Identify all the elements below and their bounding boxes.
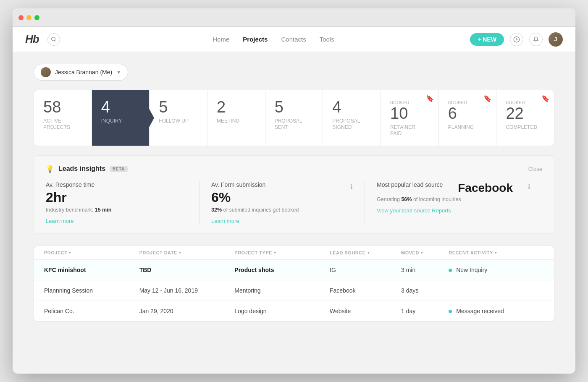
- chevron-down-icon: ▼: [116, 70, 121, 75]
- td-lead-source: IG: [330, 267, 401, 273]
- table-header: PROJECT ▾ PROJECT DATE ▾ PROJECT TYPE ▾ …: [34, 246, 554, 260]
- user-selector[interactable]: Jessica Brannan (Me) ▼: [34, 64, 128, 81]
- user-name: Jessica Brannan (Me): [55, 69, 112, 76]
- fs-info-icon[interactable]: ℹ: [350, 183, 353, 191]
- td-moved: 1 day: [401, 308, 449, 314]
- nav-projects[interactable]: Projects: [243, 36, 268, 43]
- th-chevron-type: ▾: [274, 251, 276, 255]
- table-row[interactable]: KFC minishoot TBD Product shots IG 3 min…: [34, 260, 554, 280]
- close-button[interactable]: [18, 15, 24, 20]
- nav-home[interactable]: Home: [213, 36, 229, 43]
- ls-label: Most popular lead source: [377, 181, 443, 188]
- td-project: Plannning Session: [44, 287, 139, 294]
- svg-point-0: [52, 37, 55, 41]
- user-avatar-small: [41, 67, 51, 77]
- pipeline-num-proposal-signed: 4: [332, 99, 371, 116]
- fs-label: Av. Form submission: [211, 181, 265, 188]
- activity-dot: [449, 269, 452, 272]
- pipeline-card-proposal-sent[interactable]: 5 PROPOSALSENT: [265, 90, 323, 146]
- fs-sub: 32% of submited inquiries get booked: [211, 207, 353, 213]
- rt-sub: Industry benchmark: 15 min: [46, 207, 187, 213]
- pipeline-card-proposal-signed[interactable]: 4 PROPOSALSIGNED: [323, 90, 381, 146]
- pipeline-label-followup: FOLLOW UP: [159, 118, 198, 125]
- td-date: Jan 29, 2020: [139, 308, 235, 314]
- pipeline-card-followup[interactable]: 5 FOLLOW UP: [150, 90, 207, 146]
- th-project[interactable]: PROJECT ▾: [44, 250, 139, 255]
- pipeline-num-meeting: 2: [217, 99, 256, 116]
- table-row[interactable]: Plannning Session May 12 - Jun 16, 2019 …: [34, 280, 554, 301]
- pipeline-label-proposal-sent: PROPOSALSENT: [275, 118, 314, 131]
- insights-title: Leads insights: [58, 165, 105, 173]
- td-type: Mentoring: [234, 287, 330, 294]
- nav-actions: + NEW J: [470, 32, 563, 47]
- pipeline-num-followup: 5: [159, 99, 198, 116]
- beta-badge: BETA: [110, 166, 127, 172]
- pipeline-num-proposal-sent: 5: [275, 99, 314, 116]
- td-type: Logo design: [234, 308, 330, 314]
- insight-row-fs: Av. Form submission 6% ℹ: [211, 181, 353, 205]
- notifications-icon[interactable]: [529, 33, 543, 46]
- td-lead-source: Website: [330, 308, 401, 314]
- th-chevron-lead-source: ▾: [368, 251, 370, 255]
- insights-header: 💡 Leads insights BETA Close: [46, 165, 542, 173]
- booked-tag-retainer: 🔖: [426, 94, 434, 102]
- pipeline-card-inquiry[interactable]: 4 INQUIRY: [92, 90, 150, 146]
- ls-info-icon[interactable]: ℹ: [528, 183, 530, 191]
- th-chevron-moved: ▾: [421, 251, 423, 255]
- rt-label: Av. Response time: [46, 181, 94, 188]
- th-date[interactable]: PROJECT DATE ▾: [139, 250, 235, 255]
- main-content: Jessica Brannan (Me) ▼ 58 ACTIVEPROJECTS…: [13, 52, 575, 374]
- th-activity[interactable]: RECENT ACTIVITY ▾: [449, 250, 544, 255]
- table-row[interactable]: Pelican Co. Jan 29, 2020 Logo design Web…: [34, 301, 554, 321]
- pipeline-card-completed[interactable]: 🔖 BOOKED 22 COMPLETED: [496, 90, 554, 146]
- th-chevron-project: ▾: [69, 251, 71, 255]
- rt-value: 2hr: [46, 190, 94, 205]
- pipeline-card-retainer[interactable]: 🔖 BOOKED 10 RETAINERPAID: [381, 90, 439, 146]
- insight-ls-content: Most popular lead source: [377, 181, 443, 190]
- rt-learn-more[interactable]: Learn more: [46, 218, 187, 224]
- td-project: KFC minishoot: [44, 267, 139, 273]
- insight-form-submission: Av. Form submission 6% ℹ 32% of submited…: [211, 181, 365, 224]
- th-type[interactable]: PROJECT TYPE ▾: [234, 250, 330, 255]
- pipeline-label-retainer: RETAINERPAID: [390, 124, 429, 137]
- insight-lead-source: Most popular lead source Facebook ℹ Genr…: [377, 181, 542, 224]
- insight-row-ls: Most popular lead source Facebook ℹ: [377, 181, 530, 195]
- close-insights-button[interactable]: Close: [528, 166, 542, 172]
- new-button[interactable]: + NEW: [470, 33, 504, 46]
- maximize-button[interactable]: [34, 15, 39, 20]
- th-moved[interactable]: MOVED ▾: [401, 250, 449, 255]
- search-icon[interactable]: [47, 33, 60, 46]
- nav-tools[interactable]: Tools: [320, 36, 334, 43]
- pipeline-label-completed: COMPLETED: [506, 124, 545, 131]
- bulb-icon: 💡: [46, 165, 54, 173]
- th-chevron-date: ▾: [179, 251, 181, 255]
- leads-insights: 💡 Leads insights BETA Close Av. Response…: [34, 155, 554, 234]
- view-reports-link[interactable]: View your lead source Reports: [377, 207, 530, 214]
- app-window: Hb Home Projects Contacts Tools + NEW: [13, 8, 575, 374]
- ls-value: Facebook: [458, 181, 513, 195]
- navbar: Hb Home Projects Contacts Tools + NEW: [13, 27, 575, 52]
- user-avatar[interactable]: J: [549, 32, 563, 47]
- nav-contacts[interactable]: Contacts: [281, 36, 306, 43]
- pipeline-num-active: 58: [43, 99, 82, 116]
- insight-response-time: Av. Response time 2hr Industry benchmark…: [46, 181, 200, 224]
- pipeline-card-planning[interactable]: 🔖 BOOKED 6 PLANNING: [439, 90, 497, 146]
- pipeline-card-active[interactable]: 58 ACTIVEPROJECTS: [34, 90, 92, 146]
- th-lead-source[interactable]: LEAD SOURCE ▾: [330, 250, 401, 255]
- minimize-button[interactable]: [26, 15, 32, 20]
- traffic-lights: [18, 15, 39, 20]
- pipeline-num-inquiry: 4: [101, 99, 140, 116]
- svg-line-1: [55, 40, 55, 41]
- booked-tag-planning: 🔖: [483, 94, 492, 102]
- insights-grid: Av. Response time 2hr Industry benchmark…: [46, 181, 542, 224]
- app-logo: Hb: [25, 33, 39, 46]
- td-date: TBD: [139, 267, 235, 273]
- insight-row-rt: Av. Response time 2hr: [46, 181, 187, 205]
- pipeline-label-inquiry: INQUIRY: [101, 118, 140, 125]
- fs-learn-more[interactable]: Learn more: [211, 218, 353, 224]
- billing-icon[interactable]: [510, 33, 523, 46]
- projects-table: PROJECT ▾ PROJECT DATE ▾ PROJECT TYPE ▾ …: [34, 246, 554, 322]
- pipeline-card-meeting[interactable]: 2 MEETING: [207, 90, 265, 146]
- td-date: May 12 - Jun 16, 2019: [139, 287, 235, 294]
- pipeline-label-planning: PLANNING: [448, 124, 487, 131]
